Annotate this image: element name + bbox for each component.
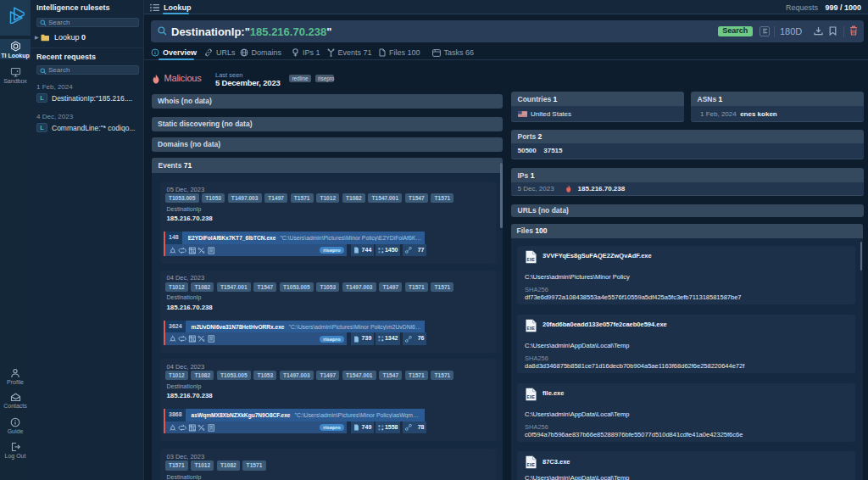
svg-text:EXE: EXE: [527, 257, 535, 261]
svg-text:EXE: EXE: [527, 326, 535, 330]
svg-text:EXE: EXE: [527, 394, 535, 399]
svg-text:EXE: EXE: [527, 463, 535, 467]
